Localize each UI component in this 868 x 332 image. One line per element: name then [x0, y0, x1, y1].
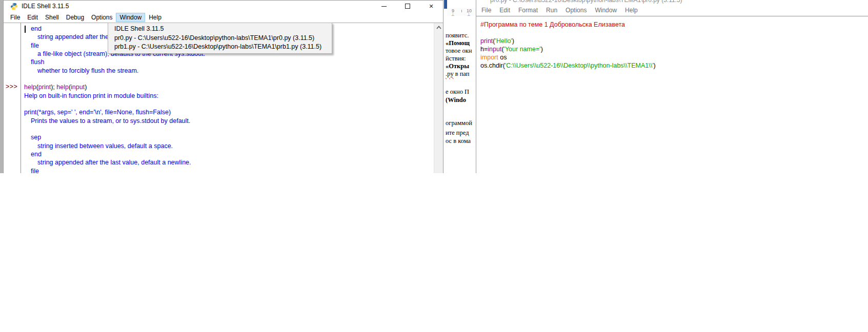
word-document-strip: 9 10 ⊥ ⊥ появитс.«Помощтовое окнйствия:«… [444, 0, 476, 173]
editor-window-pr0: pr0.py - C:\Users\u522-16\Desktop\python… [476, 0, 868, 173]
shell-line-text: flush [24, 58, 434, 66]
code-segment: print [480, 37, 493, 45]
shell-line: end [4, 150, 434, 158]
menu-item-edit[interactable]: Edit [24, 13, 42, 22]
shell-line: whether to forcibly flush the stream. [4, 67, 434, 75]
document-ruler: 9 10 ⊥ ⊥ [447, 8, 476, 16]
code-segment: Help on built-in function print in modul… [24, 92, 158, 99]
code-line: os.chdir('C:\\Users\\u522-16\\Desktop\\p… [480, 61, 868, 70]
code-segment: print(*args, sep=' ', end='\n', file=Non… [24, 109, 171, 116]
editor-menu-item-options[interactable]: Options [561, 6, 591, 15]
ruler-tick [461, 10, 462, 12]
doc-line: появитс. [446, 32, 469, 39]
code-segment: file [31, 168, 39, 173]
shell-line-text: help(print); help(input) [24, 83, 434, 91]
doc-line: .py в пап [446, 70, 470, 78]
shell-line-text: end [24, 150, 434, 158]
doc-line: ограммой [446, 119, 472, 127]
idle-titlebar[interactable]: IDLE Shell 3.11.5 ✕ [4, 1, 443, 12]
editor-code-area[interactable]: #Программа по теме 1 Добровольска Елизав… [476, 16, 868, 70]
doc-line: йствия: [446, 55, 466, 63]
shell-line: string inserted between values, default … [4, 142, 434, 150]
text-cursor [25, 26, 26, 33]
doc-line: товое окн [446, 47, 472, 55]
editor-menu-item-window[interactable]: Window [591, 6, 621, 15]
doc-text: .py [446, 70, 454, 77]
doc-text: «Помощ [446, 39, 470, 47]
doc-text: в пап [454, 70, 470, 77]
menu-item-shell[interactable]: Shell [42, 13, 63, 22]
code-segment: help [24, 84, 36, 91]
doc-text: йствия: [446, 55, 466, 62]
python-file-icon [480, 0, 487, 4]
shell-line-text: Prints the values to a stream, or to sys… [24, 117, 434, 125]
shell-line-text: print(*args, sep=' ', end='\n', file=Non… [24, 108, 434, 116]
editor-menu-item-file[interactable]: File [477, 6, 495, 15]
editor-menu-item-format[interactable]: Format [514, 6, 542, 15]
shell-line: string appended after the last value, de… [4, 158, 434, 167]
code-line: #Программа по теме 1 Добровольска Елизав… [480, 20, 868, 29]
idle-menubar: FileEditShellDebugOptionsWindowHelp [4, 12, 443, 23]
doc-text: появитс. [446, 32, 469, 39]
doc-line: (Windo [446, 96, 466, 104]
caption-buttons: ✕ [372, 1, 443, 12]
doc-text: е окно П [446, 88, 469, 95]
code-segment: ); [51, 84, 56, 91]
code-segment: whether to forcibly flush the stream. [37, 67, 138, 74]
code-line [480, 29, 868, 37]
shell-line-text: sep [24, 133, 434, 141]
shell-line-text: whether to forcibly flush the stream. [24, 67, 434, 75]
dropdown-item[interactable]: IDLE Shell 3.11.5 [108, 25, 332, 34]
doc-text: ограммой [446, 119, 472, 127]
window-menu-dropdown: IDLE Shell 3.11.5pr0.py - C:\Users\u522-… [108, 23, 332, 54]
shell-sidebar-separator [21, 23, 21, 173]
shell-line [4, 100, 434, 108]
ruler-base-mark: ⊥ [467, 12, 471, 17]
vertical-scrollbar[interactable] [434, 23, 443, 173]
menu-item-window[interactable]: Window [116, 13, 145, 22]
editor-menu-item-edit[interactable]: Edit [495, 6, 514, 15]
code-segment: help [56, 84, 69, 91]
doc-text: «Откры [446, 63, 469, 70]
shell-line [4, 75, 434, 83]
code-segment: end [31, 25, 42, 32]
code-segment: input [488, 46, 501, 53]
editor-menu-item-run[interactable]: Run [542, 6, 561, 15]
maximize-button[interactable] [396, 1, 419, 12]
menu-item-options[interactable]: Options [88, 13, 116, 22]
shell-line: sep [4, 133, 434, 141]
dropdown-item[interactable]: prb1.py - C:\Users\u522-16\Desktop\pytho… [108, 43, 332, 52]
code-segment: 'Your name=' [504, 46, 541, 53]
doc-text: ос в кома [446, 137, 471, 144]
shell-line: Help on built-in function print in modul… [4, 92, 434, 100]
shell-line [4, 125, 434, 133]
menu-item-file[interactable]: File [7, 13, 24, 22]
code-segment: file [31, 42, 39, 49]
shell-line-text: Help on built-in function print in modul… [24, 92, 434, 100]
editor-menu-item-help[interactable]: Help [621, 6, 642, 15]
editor-titlebar[interactable]: pr0.py - C:\Users\u522-16\Desktop\python… [476, 0, 868, 4]
shell-line: flush [4, 58, 434, 66]
scroll-up-arrow[interactable] [434, 23, 443, 32]
code-segment: import [480, 54, 498, 61]
editor-menubar: FileEditFormatRunOptionsWindowHelp [476, 4, 868, 16]
doc-line: е окно П [446, 88, 469, 96]
code-segment: ) [512, 37, 514, 45]
menu-item-help[interactable]: Help [145, 13, 165, 22]
code-line: print('Hello') [480, 37, 868, 45]
shell-line: file [4, 167, 434, 173]
minimize-icon [381, 6, 387, 7]
code-line: import os [480, 53, 868, 61]
code-segment: os.chdir( [480, 62, 505, 69]
window-title: IDLE Shell 3.11.5 [22, 3, 69, 10]
minimize-button[interactable] [372, 1, 396, 12]
menu-item-debug[interactable]: Debug [63, 13, 88, 22]
code-segment: h= [480, 46, 488, 53]
code-segment: #Программа по теме 1 Добровольска Елизав… [480, 21, 625, 28]
shell-line: print(*args, sep=' ', end='\n', file=Non… [4, 108, 434, 116]
shell-line-text: string inserted between values, default … [24, 142, 434, 150]
dropdown-item[interactable]: pr0.py - C:\Users\u522-16\Desktop\python… [108, 34, 332, 43]
close-button[interactable]: ✕ [419, 1, 443, 12]
code-segment: Prints the values to a stream, or to sys… [31, 117, 190, 125]
code-segment: sep [31, 134, 41, 141]
